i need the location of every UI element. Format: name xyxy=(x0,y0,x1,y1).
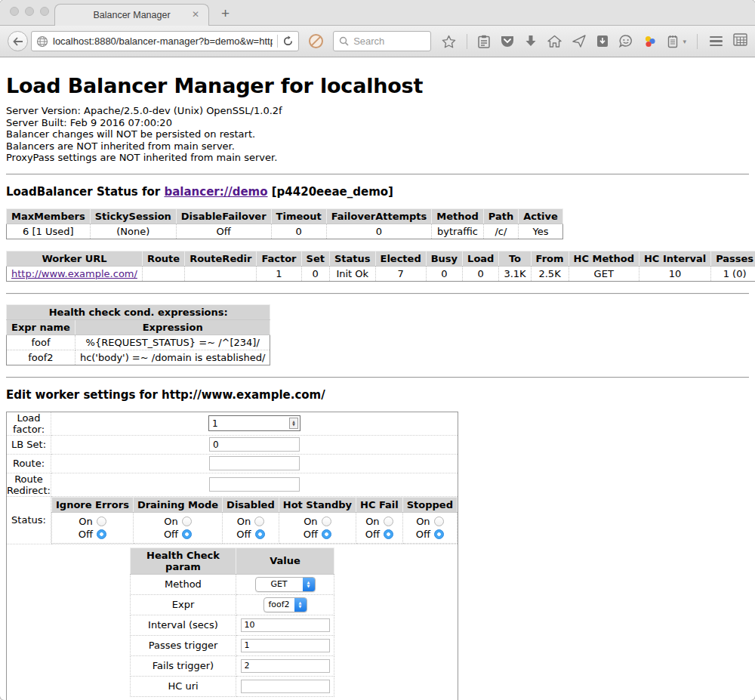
zoom-window-button[interactable] xyxy=(40,7,49,16)
search-box[interactable]: Search xyxy=(333,31,431,51)
pocket-icon[interactable] xyxy=(501,35,514,48)
expr-value: %{REQUEST_STATUS} =~ /^[234]/ xyxy=(75,335,270,350)
url-text[interactable]: localhost:8880/balancer-manager?b=demo&w… xyxy=(53,35,273,47)
chat-icon[interactable] xyxy=(619,35,633,48)
field-label: Route Redirect: xyxy=(7,473,51,496)
send-icon[interactable] xyxy=(572,35,586,48)
column-header: Draining Mode xyxy=(133,497,222,512)
column-header: To xyxy=(499,251,531,266)
reload-icon[interactable] xyxy=(282,35,294,47)
radio-off[interactable] xyxy=(434,529,444,539)
toolbar-divider xyxy=(697,34,698,49)
param-label: Passes trigger xyxy=(131,635,236,655)
fails-input[interactable] xyxy=(241,659,330,673)
url-bar[interactable]: localhost:8880/balancer-manager?b=demo&w… xyxy=(31,31,299,51)
minimize-window-button[interactable] xyxy=(25,7,34,16)
column-header: HC Fail xyxy=(356,497,403,512)
edit-worker-form: Load factor: ▲▼ LB Set: Route: Route Red… xyxy=(6,412,458,700)
close-window-button[interactable] xyxy=(10,7,19,16)
notice-inherit-proxypass: ProxyPass settings are NOT inherited fro… xyxy=(6,152,749,164)
globe-icon xyxy=(36,35,48,48)
passes-input[interactable] xyxy=(241,639,330,652)
table-cell xyxy=(142,266,184,281)
status-disabled-cell: On Off xyxy=(223,512,279,543)
radio-off[interactable] xyxy=(322,529,331,539)
worker-url-link[interactable]: http://www.example.com/ xyxy=(11,268,137,279)
notice-persist: Balancer changes will NOT be persisted o… xyxy=(6,128,749,140)
hc-row-fails: Fails trigger) xyxy=(131,655,334,676)
radio-on[interactable] xyxy=(97,517,106,526)
param-label: Interval (secs) xyxy=(131,615,236,635)
param-label: HC uri xyxy=(131,676,236,696)
status-stopped-cell: On Off xyxy=(402,512,457,543)
tab-close-icon[interactable]: ✕ xyxy=(192,10,199,19)
table-cell: 2.5K xyxy=(531,266,569,281)
back-arrow-icon xyxy=(13,37,23,46)
radio-on[interactable] xyxy=(182,517,192,526)
load-factor-field[interactable]: ▲▼ xyxy=(208,415,300,431)
form-row-load-factor: Load factor: ▲▼ xyxy=(7,412,458,435)
select-arrows-icon: ▲▼ xyxy=(294,598,307,612)
column-header: Stopped xyxy=(402,497,457,512)
home-icon[interactable] xyxy=(547,35,562,48)
expr-name: foof xyxy=(7,335,76,350)
route-redirect-input[interactable] xyxy=(209,477,300,492)
number-spinner-icon[interactable]: ▲▼ xyxy=(289,418,298,429)
hc-row-expr: Expr foof2 ▲▼ xyxy=(131,594,334,615)
load-factor-input[interactable] xyxy=(209,418,289,430)
balancer-link[interactable]: balancer://demo xyxy=(164,185,267,199)
radio-off[interactable] xyxy=(384,529,393,539)
edit-worker-heading: Edit worker settings for http://www.exam… xyxy=(6,388,749,402)
column-header: DisableFailover xyxy=(176,208,271,224)
hc-row-hc-uri: HC uri xyxy=(131,676,334,696)
radio-on[interactable] xyxy=(254,517,264,526)
column-header: Status xyxy=(329,251,375,266)
expr-name: foof2 xyxy=(7,350,76,365)
reading-list-icon[interactable] xyxy=(478,35,490,48)
column-header: Path xyxy=(483,208,518,224)
expr-select[interactable]: foof2 ▲▼ xyxy=(263,597,307,612)
radio-on[interactable] xyxy=(322,517,331,526)
traffic-lights[interactable] xyxy=(10,7,49,16)
save-page-icon[interactable] xyxy=(596,35,609,48)
status-hc-fail-cell: On Off xyxy=(356,512,403,543)
radio-off[interactable] xyxy=(97,529,106,539)
toolbar-icons: ▾ xyxy=(442,34,698,49)
radio-off[interactable] xyxy=(182,529,192,539)
balancer-status-table: MaxMembers StickySession DisableFailover… xyxy=(6,208,563,239)
column-header: Method xyxy=(432,208,483,224)
container-icon[interactable] xyxy=(667,35,678,48)
radio-off[interactable] xyxy=(255,529,265,539)
interval-input[interactable] xyxy=(241,618,330,632)
page-title: Load Balancer Manager for localhost xyxy=(6,74,749,97)
dropdown-caret-icon[interactable]: ▾ xyxy=(683,38,686,45)
search-placeholder: Search xyxy=(353,35,384,47)
column-header: Set xyxy=(301,251,329,266)
table-cell: 6 [1 Used] xyxy=(7,224,91,239)
form-row-hc-params: Health Check param Value Method GET ▲▼ xyxy=(7,544,458,700)
route-input[interactable] xyxy=(209,456,300,470)
column-header: Ignore Errors xyxy=(52,497,134,512)
hc-uri-input[interactable] xyxy=(241,680,330,693)
radio-on[interactable] xyxy=(434,517,444,526)
adblock-icon[interactable] xyxy=(308,33,324,49)
hc-row-method: Method GET ▲▼ xyxy=(131,574,334,594)
colored-dots-icon[interactable] xyxy=(643,35,657,48)
method-select[interactable]: GET ▲▼ xyxy=(255,577,316,592)
bookmark-star-icon[interactable] xyxy=(442,35,456,48)
tab-balancer-manager[interactable]: Balancer Manager ✕ xyxy=(54,4,209,26)
table-cell: 1 (0) xyxy=(711,266,755,281)
download-icon[interactable] xyxy=(525,35,537,48)
column-header: StickySession xyxy=(90,208,176,224)
status-draining-mode-cell: On Off xyxy=(133,512,222,543)
new-tab-button[interactable]: + xyxy=(221,5,230,22)
expr-value: hc('body') =~ /domain is established/ xyxy=(75,350,270,365)
table-cell: /c/ xyxy=(483,224,518,239)
back-button[interactable] xyxy=(8,31,28,51)
menu-icon[interactable] xyxy=(710,36,723,47)
column-header: MaxMembers xyxy=(7,208,91,224)
apps-grid-icon[interactable] xyxy=(733,33,747,49)
lb-set-input[interactable] xyxy=(209,437,300,452)
radio-on[interactable] xyxy=(384,517,393,526)
form-row-status: Status: Ignore Errors Draining Mode Disa… xyxy=(7,496,458,544)
